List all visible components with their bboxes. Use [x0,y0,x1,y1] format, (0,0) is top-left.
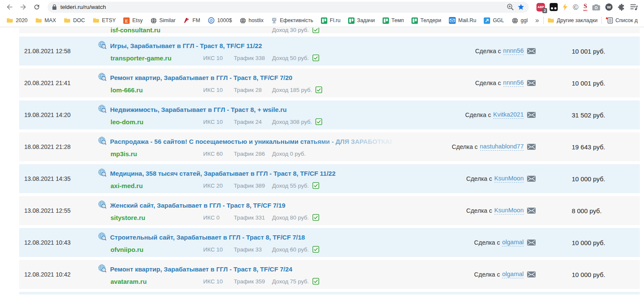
bookmark-label: Etsy [132,17,142,23]
listing-title-link[interactable]: Медицина, 358 тысяч статей, Зарабатывает… [110,170,335,177]
wordpress-extension-icon[interactable]: W [605,3,613,11]
iks-stat: ИКС 10 [203,55,234,61]
bookmark-item[interactable]: GGL [480,15,508,26]
listing-title-link[interactable]: Распродажа - 56 сайтов! С посещаемостью … [110,138,392,145]
deal-user-link[interactable]: nnnn56 [503,47,524,55]
table-row: 19.08.2021 14:20 Недвижимость, Зарабатыв… [19,100,640,129]
listing-domain-link[interactable]: axi-med.ru [111,182,203,189]
bookmark-item[interactable]: Темп [379,15,408,26]
effect-icon [271,17,277,24]
bookmarks-overflow-chevron[interactable]: » [531,17,543,24]
deal-user-link[interactable]: KsunMoon [494,207,524,214]
listing-domain-link[interactable]: leo-dom.ru [111,118,203,126]
listing-domain-link[interactable]: avataram.ru [111,278,203,285]
listing-title-link[interactable]: Женский сайт, Зарабатывает в ГГЛ - Траст… [110,202,285,209]
folder-icon [93,17,99,23]
table-row: 12.08.2021 10:42 Ремонт квартир, Зарабат… [19,260,640,289]
url-text[interactable]: telderi.ru/ru/watch [60,4,106,10]
bookmark-item[interactable]: DOC [60,15,89,26]
other-bookmarks-button[interactable]: Другие закладки [544,15,601,26]
bookmark-item[interactable]: MAX [31,15,60,26]
bookmark-item[interactable]: ggl [508,15,531,26]
listing-date: 21.08.2021 12:58 [19,48,96,54]
back-button[interactable] [3,1,15,13]
bookmark-item[interactable]: Mail.Ru [445,15,480,26]
listing-title-link[interactable]: Строительный сайт, Зарабатывает в ГГЛ - … [110,234,305,241]
income-verified-icon [315,118,322,125]
deal-cell: Сделка с KsunMoon [349,207,536,214]
forward-button[interactable] [17,1,29,13]
message-envelope-icon[interactable] [527,271,536,277]
listing-domain-link[interactable]: mp3is.ru [111,150,203,157]
site-search-icon [98,137,107,147]
listing-title-link[interactable]: Ремонт квартир, Зарабатывает в ГГЛ - Тра… [110,266,292,273]
deal-user-link[interactable]: olgamal [502,239,524,246]
listing-title-link[interactable]: Ремонт квартир, Зарабатывает в ГГЛ - Тра… [110,74,292,81]
adblock-extension-icon[interactable]: ABP 2 [536,3,545,11]
bookmark-item[interactable]: @1000$ [204,15,236,26]
zoom-icon[interactable] [507,3,514,11]
traffic-stat: Трафик 286 [234,151,272,157]
listing-domain-link[interactable]: isf-consultant.ru [111,28,203,33]
bookmark-item[interactable]: hostlix [236,15,267,26]
message-envelope-icon[interactable] [527,80,536,86]
listing-date: 18.08.2021 21:28 [19,143,96,150]
message-envelope-icon[interactable] [527,176,536,182]
traffic-stat: Трафик 33 [234,246,272,253]
playlist-extension-icon[interactable] [630,3,638,11]
traffic-stat: Трафик 389 [234,183,272,189]
listing-price: 10 001 руб. [536,80,640,87]
rows-container: 21.08.2021 12:58 Игры, Зарабатывает в ГГ… [19,37,640,289]
reload-button[interactable] [31,1,43,13]
bookmark-item[interactable]: FM [179,15,204,26]
bookmark-item[interactable]: Similar [147,15,179,26]
listing-title-link[interactable]: Игры, Зарабатывает в ГГЛ - Траст 8, TF/C… [110,42,262,49]
copyright-extension-icon[interactable]: © [573,3,578,11]
reading-list-button[interactable]: Список д [602,15,641,26]
lightning-extension-icon[interactable] [562,3,568,11]
listings-table: isf-consultant.ru Доход 30 руб. [19,28,640,294]
bookmark-label: FM [193,17,200,23]
deal-user-link[interactable]: Kvitka2021 [493,111,524,119]
camera-extension-icon[interactable] [592,4,600,11]
bookmark-label: Mail.Ru [458,17,476,23]
listing-price: 10 000 руб. [536,271,640,278]
listing-title-link[interactable]: Недвижимость, Зарабатывает в ГГЛ - Траст… [110,106,287,113]
deal-cell: Сделка с nnnn56 [349,79,536,87]
address-bar[interactable]: telderi.ru/ru/watch [48,2,529,13]
site-search-icon [98,105,107,115]
bookmark-star-icon[interactable] [517,3,525,11]
bookmark-item[interactable]: Ефективність [267,15,317,26]
bookmark-item[interactable]: Телдери [408,15,445,26]
bookmark-label: 1000$ [217,17,232,23]
message-envelope-icon[interactable] [527,240,536,246]
deal-user-link[interactable]: nastuhablond77 [480,143,524,151]
svg-text:@: @ [210,18,213,23]
bookmark-item[interactable]: Задачи [344,15,379,26]
listing-domain-link[interactable]: lom-666.ru [111,86,203,94]
traffic-stat: Трафик 24 [234,119,272,125]
puzzle-extensions-icon[interactable] [618,3,625,11]
deal-user-link[interactable]: KsunMoon [494,175,524,183]
message-envelope-icon[interactable] [527,112,536,118]
folder-icon [6,17,13,23]
deal-user-link[interactable]: nnnn56 [503,79,524,87]
deal-user-link[interactable]: olgamal [502,271,524,278]
iks-stat: ИКС 10 [203,278,234,285]
listing-date: 12.08.2021 10:42 [19,271,96,278]
bookmark-item[interactable]: EEtsy [119,15,146,26]
bookmark-item[interactable]: 2020 [3,15,31,26]
listing-domain-link[interactable]: transporter-game.ru [111,54,203,62]
svg-text:W: W [607,5,611,9]
bookmark-item[interactable]: Fl.ru [317,15,344,26]
bookmark-item[interactable]: ETSY [89,15,120,26]
listing-domain-link[interactable]: sitystore.ru [111,214,203,221]
message-envelope-icon[interactable] [527,208,536,214]
message-envelope-icon[interactable] [527,144,536,150]
deal-prefix: Сделка с [465,111,491,118]
seo-extension-icon[interactable]: S seo [583,3,587,11]
dark-panel-extension-icon[interactable] [550,3,558,11]
listing-domain-link[interactable]: ofvniipo.ru [111,246,203,253]
message-envelope-icon[interactable] [527,48,536,54]
seo-letter: S [584,3,587,9]
